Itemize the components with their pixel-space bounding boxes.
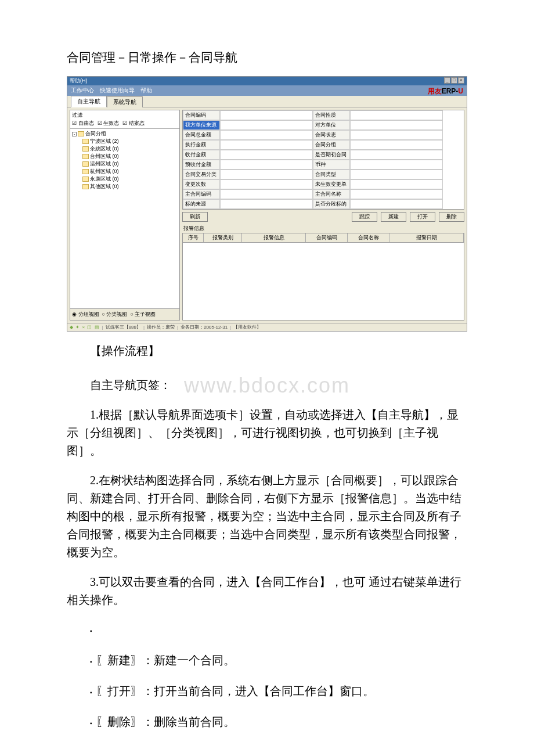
tree-root[interactable]: -合同分组 — [72, 130, 178, 138]
tab-self-nav[interactable]: 自主导航 — [71, 96, 107, 107]
tree-item[interactable]: 杭州区域 (0) — [82, 168, 178, 175]
form-value[interactable] — [220, 140, 313, 150]
form-value[interactable] — [220, 189, 313, 199]
menu-quick-nav[interactable]: 快速使用向导 — [100, 87, 135, 95]
folder-open-icon — [78, 131, 84, 136]
form-label: 合同类型 — [313, 170, 350, 179]
form-value[interactable] — [350, 130, 443, 140]
open-button[interactable]: 打开 — [410, 212, 435, 222]
form-label: 合同编码 — [183, 110, 220, 120]
form-label: 对方单位 — [313, 120, 350, 130]
form-label: 合同总金额 — [183, 130, 220, 140]
form-value[interactable] — [220, 120, 313, 130]
form-value[interactable] — [350, 150, 443, 160]
col-alarm-date[interactable]: 报警日期 — [389, 233, 464, 242]
window-title-text: 帮助(H) — [70, 77, 88, 85]
tree-view[interactable]: -合同分组 宁波区域 (2) 余姚区域 (0) 台州区域 (0) 温州区域 (0… — [70, 129, 179, 308]
form-value[interactable] — [220, 179, 313, 189]
tree-item[interactable]: 余姚区域 (0) — [82, 145, 178, 153]
form-label: 我方单位来源 — [183, 120, 220, 130]
radio-group-view[interactable]: ◉ 分组视图 — [72, 311, 99, 318]
alarm-table[interactable]: 序号 报警类别 报警信息 合同编码 合同名称 报警日期 — [182, 233, 464, 321]
radio-class-view[interactable]: ○ 分类视图 — [102, 311, 128, 318]
folder-icon — [82, 139, 89, 144]
alarm-label: 报警信息 — [182, 224, 464, 233]
tab-bar: 自主导航 系统导航 — [67, 96, 467, 107]
maximize-button[interactable]: □ — [451, 77, 457, 84]
check-final[interactable]: ☑ 结案态 — [122, 120, 145, 127]
form-value[interactable] — [220, 160, 313, 170]
brand-logo: 用友ERP-U — [428, 87, 463, 96]
form-value[interactable] — [350, 110, 443, 120]
radio-parent-view[interactable]: ○ 主子视图 — [130, 311, 156, 318]
right-panel: 合同编码合同性质 我方单位来源对方单位 合同总金额合同状态 执行金额合同分组 收… — [182, 110, 464, 321]
collapse-icon[interactable]: - — [72, 132, 77, 136]
check-free[interactable]: ☑ 自由态 — [72, 120, 94, 127]
form-value[interactable] — [350, 179, 443, 189]
folder-icon — [82, 177, 89, 182]
menubar: 工作中心 快速使用向导 帮助 — [67, 85, 467, 96]
bullet-open: 〖打开〗：打开当前合同，进入【合同工作台】窗口。 — [90, 682, 467, 700]
delete-button[interactable]: 删除 — [439, 212, 464, 222]
form-value[interactable] — [350, 170, 443, 179]
filter-label: 过滤 — [72, 111, 178, 119]
status-bizdate: 业务日期：2005-12-31 — [181, 324, 228, 330]
bullet-new: 〖新建〗：新建一个合同。 — [90, 651, 467, 669]
col-alarm-class[interactable]: 报警类别 — [204, 233, 242, 242]
menu-help[interactable]: 帮助 — [140, 87, 152, 95]
tree-item[interactable]: 台州区域 (0) — [82, 153, 178, 160]
form-value[interactable] — [350, 120, 443, 130]
status-bar: ◆ ✦ × ◫ ▤ | 试练客三【888】 | 操作员：庞荣 | 业务日期：20… — [67, 323, 467, 331]
form-label: 主合同编码 — [183, 189, 220, 199]
col-alarm-info[interactable]: 报警信息 — [242, 233, 306, 242]
check-effect[interactable]: ☑ 生效态 — [98, 120, 120, 127]
folder-icon — [82, 154, 89, 159]
form-value[interactable] — [350, 189, 443, 199]
minimize-button[interactable]: _ — [444, 77, 450, 84]
tree-item[interactable]: 宁波区域 (2) — [82, 138, 178, 145]
form-value[interactable] — [220, 110, 313, 120]
folder-icon — [82, 146, 89, 152]
status-account: 试练客三【888】 — [106, 324, 141, 330]
col-contract-code[interactable]: 合同编码 — [306, 233, 348, 242]
form-label: 标的来源 — [183, 199, 220, 209]
folder-icon — [82, 169, 89, 174]
form-value[interactable] — [220, 150, 313, 160]
window-titlebar: 帮助(H) _ □ × — [67, 77, 467, 85]
form-value[interactable] — [220, 199, 313, 209]
col-contract-name[interactable]: 合同名称 — [348, 233, 389, 242]
close-button[interactable]: × — [458, 77, 464, 84]
paragraph-1: 1.根据［默认导航界面选项卡］设置，自动或选择进入【自主导航】，显示［分组视图］… — [67, 406, 467, 460]
form-value[interactable] — [220, 130, 313, 140]
refresh-button[interactable]: 刷新 — [182, 212, 208, 222]
tab-sys-nav[interactable]: 系统导航 — [107, 96, 143, 107]
app-screenshot: 帮助(H) _ □ × 工作中心 快速使用向导 帮助 用友ERP-U 自主导航 … — [67, 76, 467, 332]
status-operator: 操作员：庞荣 — [147, 324, 175, 330]
form-value[interactable] — [350, 199, 443, 209]
folder-icon — [82, 184, 89, 189]
form-label: 是否期初合同 — [313, 150, 350, 160]
track-button[interactable]: 跟踪 — [352, 212, 377, 222]
tree-item[interactable]: 其他区域 (0) — [82, 183, 178, 190]
tree-item[interactable]: 温州区域 (0) — [82, 160, 178, 168]
summary-form: 合同编码合同性质 我方单位来源对方单位 合同总金额合同状态 执行金额合同分组 收… — [182, 110, 464, 210]
tree-item[interactable]: 永康区域 (0) — [82, 175, 178, 183]
form-label: 是否分段标的 — [313, 199, 350, 209]
form-value[interactable] — [350, 140, 443, 150]
form-value[interactable] — [350, 160, 443, 170]
col-seq[interactable]: 序号 — [183, 233, 204, 242]
form-label: 变更次数 — [183, 179, 220, 189]
form-label: 执行金额 — [183, 140, 220, 150]
button-row: 刷新 跟踪 新建 打开 删除 — [182, 210, 464, 224]
folder-icon — [82, 161, 89, 167]
view-radio-group: ◉ 分组视图 ○ 分类视图 ○ 主子视图 — [70, 308, 179, 320]
form-label: 合同交易分类 — [183, 170, 220, 179]
paragraph-3: 3.可以双击要查看的合同，进入【合同工作台】，也可 通过右键菜单进行相关操作。 — [67, 573, 467, 609]
new-button[interactable]: 新建 — [381, 212, 406, 222]
form-label: 收付金额 — [183, 150, 220, 160]
paragraph-2: 2.在树状结构图选择合同，系统右侧上方显示［合同概要］，可以跟踪合同、新建合同、… — [67, 471, 467, 561]
bullet-empty — [90, 621, 467, 639]
left-panel: 过滤 ☑ 自由态 ☑ 生效态 ☑ 结案态 -合同分组 宁波区域 (2) 余姚区域… — [70, 110, 180, 321]
menu-work-center[interactable]: 工作中心 — [71, 87, 94, 95]
form-value[interactable] — [220, 170, 313, 179]
